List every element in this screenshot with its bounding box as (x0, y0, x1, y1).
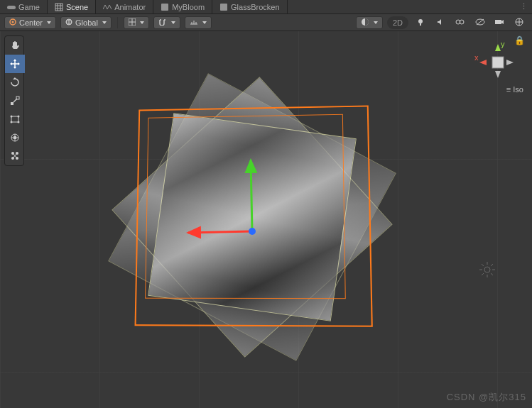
tab-label: GlassBrocken (231, 3, 279, 11)
svg-line-39 (491, 264, 493, 266)
neg-x-cone-icon[interactable] (506, 60, 514, 65)
projection-mode[interactable]: Iso (506, 85, 523, 94)
x-axis-label: x (474, 53, 479, 62)
lock-icon[interactable]: 🔒 (514, 35, 525, 45)
light-gizmo[interactable] (478, 260, 496, 280)
tool-dock (4, 35, 24, 166)
rotate-tool[interactable] (5, 73, 25, 92)
y-cone-icon[interactable] (495, 44, 501, 51)
scale-tool[interactable] (5, 92, 25, 110)
tab-label: Game (18, 3, 40, 11)
csharp-icon (161, 3, 169, 11)
svg-marker-44 (13, 67, 16, 69)
fx-icon (455, 18, 465, 28)
gizmos-icon (515, 18, 523, 28)
neg-y-cone-icon[interactable] (495, 71, 501, 78)
move-tool[interactable] (5, 55, 25, 73)
svg-point-54 (11, 121, 13, 123)
grid-toggle[interactable] (124, 16, 149, 29)
snap-icon (158, 18, 167, 27)
selection-outline (135, 105, 373, 326)
hidden-icon (475, 18, 485, 28)
svg-rect-48 (11, 102, 13, 105)
chevron-down-icon (140, 21, 144, 24)
svg-line-38 (482, 273, 484, 275)
csharp-icon (219, 3, 228, 11)
draw-mode-dropdown[interactable] (356, 16, 383, 29)
tab-overflow-menu[interactable]: ⋮ (515, 0, 532, 13)
tab-label: MyBloom (172, 3, 205, 11)
light-icon (416, 18, 425, 28)
snap-toggle[interactable] (153, 16, 180, 29)
increment-snap[interactable] (185, 16, 212, 29)
y-axis-label: y (501, 40, 505, 48)
increment-icon (190, 18, 198, 27)
2d-toggle[interactable]: 2D (387, 16, 408, 29)
svg-point-53 (18, 116, 20, 118)
tab-glassbrocken[interactable]: GlassBrocken (212, 0, 287, 13)
svg-rect-59 (13, 136, 16, 139)
svg-rect-7 (220, 4, 227, 11)
light-toggle[interactable] (413, 16, 428, 29)
svg-point-21 (418, 19, 423, 23)
chevron-down-icon (47, 21, 51, 24)
separator (117, 17, 118, 28)
tab-scene[interactable]: Scene (48, 0, 96, 13)
space-mode-dropdown[interactable]: Global (60, 16, 112, 29)
transform-tool[interactable] (5, 128, 25, 147)
tab-bar: Game Scene Animator MyBloom GlassBrocken… (0, 0, 532, 14)
pivot-icon (9, 18, 16, 27)
grid-icon (129, 18, 136, 27)
scene-toolbar: Center Global 2D (0, 14, 532, 31)
chevron-down-icon (374, 21, 378, 24)
audio-icon (436, 18, 445, 28)
svg-rect-40 (492, 57, 504, 68)
svg-rect-1 (55, 4, 63, 11)
gizmos-dropdown[interactable] (512, 16, 528, 29)
pivot-mode-dropdown[interactable]: Center (4, 16, 56, 29)
svg-line-36 (482, 264, 484, 266)
tab-label: Animator (114, 3, 146, 11)
shade-icon (361, 18, 369, 28)
svg-marker-45 (10, 62, 12, 65)
x-cone-icon[interactable] (479, 60, 487, 65)
chevron-down-icon (102, 21, 107, 24)
svg-marker-46 (18, 62, 20, 65)
svg-point-55 (18, 121, 20, 123)
chevron-down-icon (171, 21, 175, 24)
custom-editor-tool[interactable] (5, 147, 25, 165)
scene-viewport[interactable]: y x 🔒 Iso CSDN @凯尔315 (0, 31, 532, 408)
svg-line-37 (491, 273, 493, 275)
globe-icon (65, 18, 72, 27)
svg-point-52 (11, 116, 13, 118)
animator-icon (103, 4, 112, 11)
svg-rect-27 (495, 20, 501, 24)
chevron-down-icon (202, 21, 207, 24)
hidden-toggle[interactable] (472, 16, 488, 29)
svg-rect-0 (7, 6, 16, 9)
watermark: CSDN @凯尔315 (447, 391, 526, 404)
tab-animator[interactable]: Animator (96, 0, 153, 13)
gamepad-icon (7, 4, 16, 11)
pivot-label: Center (19, 18, 43, 27)
svg-rect-22 (420, 23, 421, 26)
svg-marker-43 (13, 59, 16, 61)
audio-toggle[interactable] (433, 16, 448, 29)
rect-tool[interactable] (5, 110, 25, 128)
camera-icon (494, 18, 504, 27)
svg-rect-51 (11, 116, 18, 122)
tab-mybloom[interactable]: MyBloom (153, 0, 212, 13)
svg-rect-6 (161, 4, 168, 11)
fx-toggle[interactable] (452, 16, 468, 29)
orientation-gizmo[interactable]: y x 🔒 Iso (472, 37, 522, 87)
tab-game[interactable]: Game (0, 0, 48, 13)
camera-dropdown[interactable] (492, 16, 508, 29)
tab-label: Scene (66, 3, 88, 11)
svg-point-9 (12, 21, 14, 23)
svg-point-31 (484, 267, 490, 272)
space-label: Global (75, 18, 98, 27)
scene-icon (55, 3, 63, 11)
hand-tool[interactable] (5, 36, 25, 55)
